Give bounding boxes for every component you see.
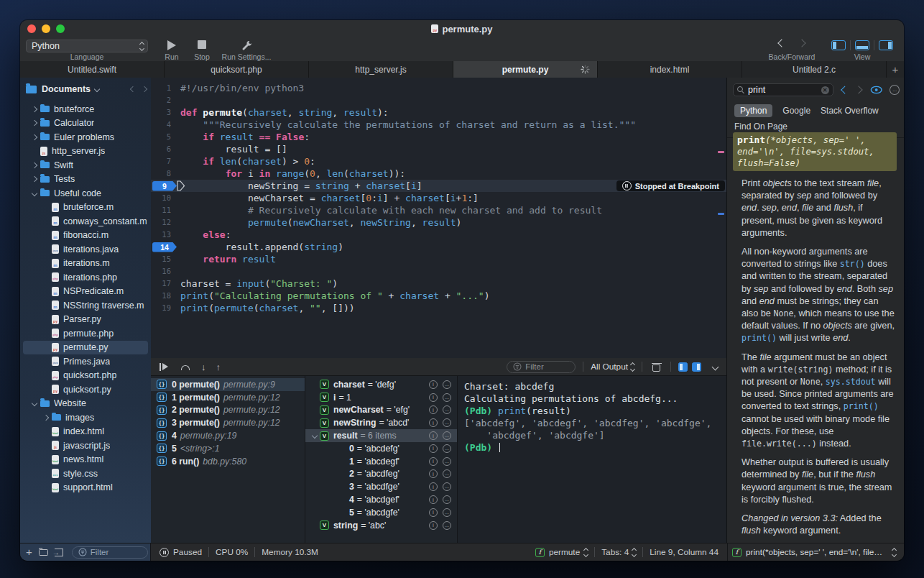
tree-item[interactable]: mNSString traverse.m: [23, 298, 148, 313]
code-line[interactable]: 12 permute(newCharset, newString, result…: [151, 216, 726, 229]
variable-row[interactable]: 5= 'abcdgfe'i...: [305, 506, 457, 519]
tree-item[interactable]: phpiterations.php: [23, 270, 148, 285]
stack-frame[interactable]: {}3 permute()permute.py:12: [151, 416, 305, 429]
code-line[interactable]: 4 """Recursively calculate the permutati…: [151, 119, 726, 131]
line-number-gutter[interactable]: 3: [151, 106, 171, 119]
tree-item[interactable]: images: [23, 410, 148, 425]
more-icon[interactable]: ...: [443, 431, 451, 440]
editor-tab[interactable]: permute.py: [453, 61, 598, 78]
debug-left-panel-toggle[interactable]: [678, 362, 688, 372]
code-line[interactable]: 9 newString = string + charset[i]Stopped…: [151, 180, 726, 192]
line-number-gutter[interactable]: 16: [151, 265, 171, 277]
zoom-button[interactable]: [56, 24, 65, 33]
tree-item[interactable]: Calculator: [23, 116, 148, 131]
code-editor[interactable]: 1#!/usr/bin/env python323def permute(cha…: [151, 78, 727, 358]
tree-item[interactable]: Useful code: [23, 186, 148, 201]
line-number-gutter[interactable]: 15: [151, 253, 171, 265]
tree-item[interactable]: Tests: [23, 173, 148, 187]
clear-search-button[interactable]: ✕: [821, 86, 829, 94]
info-icon[interactable]: i: [429, 431, 438, 440]
clear-console-button[interactable]: [652, 362, 660, 372]
more-options-button[interactable]: ...: [890, 85, 900, 95]
code-line[interactable]: 1#!/usr/bin/env python3: [151, 82, 726, 94]
more-icon[interactable]: ...: [443, 469, 451, 478]
run-settings-button[interactable]: [214, 40, 279, 51]
tree-item[interactable]: mconways_constant.m: [23, 214, 148, 229]
line-number-gutter[interactable]: 2: [151, 94, 171, 106]
debug-right-panel-toggle[interactable]: [692, 362, 701, 372]
more-icon[interactable]: ...: [443, 393, 451, 402]
tree-item[interactable]: htmlsupport.html: [23, 481, 148, 495]
tree-item[interactable]: mbruteforce.m: [23, 201, 148, 215]
code-line[interactable]: 19print(permute(charset, "", [])): [151, 302, 726, 314]
search-input[interactable]: print ✕: [733, 83, 833, 96]
tree-item[interactable]: jshttp_server.js: [23, 144, 148, 159]
tree-item[interactable]: phpquicksort.php: [23, 369, 148, 383]
info-icon[interactable]: i: [429, 482, 438, 491]
line-number-gutter[interactable]: 12: [151, 216, 171, 229]
info-icon[interactable]: i: [429, 405, 438, 414]
breakpoint-badge[interactable]: 14: [152, 242, 177, 252]
function-selector[interactable]: f permute: [535, 547, 588, 557]
disclosure-triangle-icon[interactable]: [40, 416, 52, 420]
variable-row[interactable]: 0= 'abcdefg'i...: [305, 442, 457, 455]
info-icon[interactable]: i: [429, 521, 438, 530]
tree-item[interactable]: htmlindex.html: [23, 425, 148, 439]
tree-item[interactable]: miterations.m: [23, 257, 148, 271]
tree-item[interactable]: javaiterations.java: [23, 242, 148, 257]
code-line[interactable]: 17charset = input("Charset: "): [151, 277, 726, 290]
tree-item[interactable]: Swift: [23, 158, 148, 173]
info-icon[interactable]: i: [429, 393, 438, 402]
variable-row[interactable]: VnewCharset= 'efg'i...: [305, 404, 457, 417]
tree-item[interactable]: phppermute.php: [23, 326, 148, 341]
variable-row[interactable]: 4= 'abcdgef'i...: [305, 493, 457, 506]
editor-tab[interactable]: index.html: [598, 61, 742, 78]
info-icon[interactable]: i: [429, 457, 438, 466]
tabs-setting-selector[interactable]: Tabs: 4: [601, 547, 636, 557]
doc-signature-selector[interactable]: print(*objects, sep=' ', end='\n', file=…: [746, 547, 887, 557]
tree-item[interactable]: pyParser.py: [23, 313, 148, 327]
collapse-debug-icon[interactable]: [712, 363, 719, 370]
info-icon[interactable]: i: [429, 508, 438, 517]
editor-tab[interactable]: http_server.js: [309, 61, 453, 78]
console-panel[interactable]: Charset: abcdefgCalculating permutations…: [458, 376, 726, 543]
info-icon[interactable]: i: [429, 380, 438, 389]
more-icon[interactable]: ...: [443, 457, 451, 466]
variable-row[interactable]: Vresult= 6 itemsi...: [305, 429, 457, 442]
line-number-gutter[interactable]: 14: [151, 241, 171, 253]
line-number-gutter[interactable]: 5: [151, 131, 171, 143]
sidebar-back-icon[interactable]: [130, 86, 136, 92]
line-number-gutter[interactable]: 18: [151, 290, 171, 302]
code-line[interactable]: 7 if len(charset) > 0:: [151, 155, 726, 168]
editor-tab[interactable]: Untitled 2.c: [742, 61, 887, 78]
tree-item[interactable]: Website: [23, 397, 148, 411]
tree-item[interactable]: jsjavascript.js: [23, 439, 148, 453]
more-icon[interactable]: ...: [443, 444, 451, 453]
doc-back-button[interactable]: [841, 86, 849, 93]
disclosure-triangle-icon[interactable]: [29, 177, 40, 181]
stack-frame[interactable]: {}4permute.py:19: [151, 429, 305, 442]
tree-item[interactable]: cssstyle.css: [23, 467, 148, 481]
info-icon[interactable]: i: [429, 418, 438, 427]
new-file-button[interactable]: +: [26, 549, 32, 556]
output-select[interactable]: All Output: [591, 362, 634, 372]
continue-button[interactable]: [160, 363, 168, 371]
add-tab-button[interactable]: +: [887, 61, 904, 78]
sidebar-forward-icon[interactable]: [142, 86, 147, 92]
tree-item[interactable]: htmlnews.html: [23, 453, 148, 467]
code-line[interactable]: 10 newCharset = charset[0:i] + charset[i…: [151, 192, 726, 204]
disclosure-triangle-icon[interactable]: [29, 191, 40, 196]
info-icon[interactable]: i: [429, 495, 438, 504]
tree-item[interactable]: mfibonacci.m: [23, 229, 148, 243]
variable-row[interactable]: Vstring= 'abc'i...: [305, 519, 457, 532]
line-number-gutter[interactable]: 4: [151, 119, 171, 131]
more-icon[interactable]: ...: [443, 380, 451, 389]
console-line[interactable]: (Pdb): [464, 441, 726, 454]
stop-button[interactable]: [191, 40, 213, 49]
more-icon[interactable]: ...: [443, 418, 451, 427]
minimize-button[interactable]: [42, 24, 50, 33]
stack-frame[interactable]: {}2 permute()permute.py:12: [151, 404, 305, 417]
sidebar-root[interactable]: Documents: [20, 78, 151, 98]
code-line[interactable]: 18print("Calculating permutations of " +…: [151, 290, 726, 302]
tab-python[interactable]: Python: [734, 104, 772, 117]
